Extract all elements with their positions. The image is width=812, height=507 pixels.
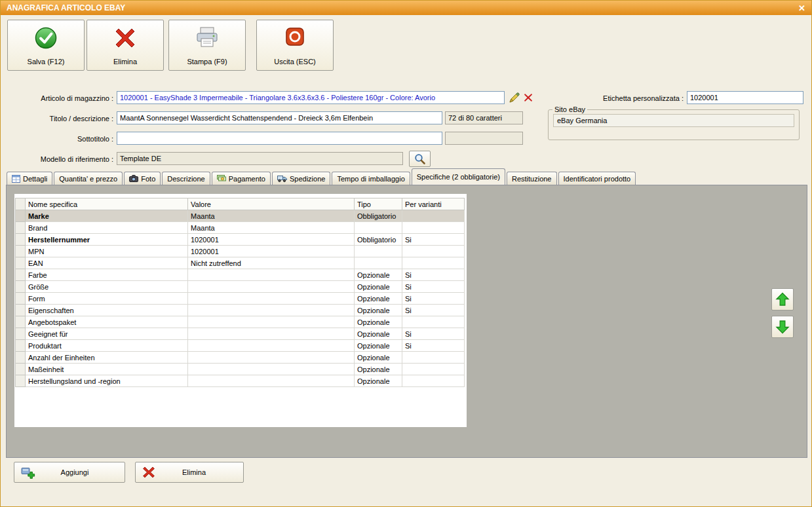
column-header-tipo[interactable]: Tipo: [355, 198, 402, 210]
cell-value[interactable]: 1020001: [188, 234, 355, 246]
spec-row-eigenschaften[interactable]: EigenschaftenOpzionaleSi: [16, 305, 465, 316]
cell-name[interactable]: EAN: [26, 257, 188, 269]
row-selector[interactable]: [16, 305, 26, 316]
cell-type[interactable]: Opzionale: [355, 269, 402, 281]
row-selector[interactable]: [16, 328, 26, 340]
tab-foto[interactable]: Foto: [124, 172, 161, 185]
cell-variants[interactable]: [402, 210, 465, 222]
cell-type[interactable]: Opzionale: [355, 375, 402, 387]
row-selector[interactable]: [16, 210, 26, 222]
print-button[interactable]: Stampa (F9): [168, 20, 246, 71]
template-search-button[interactable]: [409, 151, 431, 167]
cell-value[interactable]: [188, 269, 355, 281]
cell-type[interactable]: Opzionale: [355, 328, 402, 340]
cell-value[interactable]: Maanta: [188, 210, 355, 222]
spec-row-produktart[interactable]: ProduktartOpzionaleSi: [16, 340, 465, 352]
cell-variants[interactable]: [402, 222, 465, 234]
subtitle-input[interactable]: [117, 132, 442, 145]
cell-value[interactable]: [188, 352, 355, 364]
custom-label-input[interactable]: [687, 91, 803, 104]
cell-value[interactable]: [188, 281, 355, 293]
cell-name[interactable]: Herstellungsland und -region: [26, 375, 188, 387]
spec-row-herstellernummer[interactable]: Herstellernummer1020001ObbligatorioSi: [16, 234, 465, 246]
cell-variants[interactable]: [402, 352, 465, 364]
cell-value[interactable]: [188, 293, 355, 305]
spec-row-angebotspaket[interactable]: AngebotspaketOpzionale: [16, 316, 465, 328]
cell-variants[interactable]: Si: [402, 305, 465, 316]
cell-type[interactable]: Opzionale: [355, 352, 402, 364]
clear-item-x-icon[interactable]: [524, 93, 533, 102]
cell-variants[interactable]: [402, 316, 465, 328]
tab-quantita-e-prezzo[interactable]: Quantita' e prezzo: [54, 172, 123, 185]
spec-row-anzahl-der-einheiten[interactable]: Anzahl der EinheitenOpzionale: [16, 352, 465, 364]
cell-variants[interactable]: Si: [402, 293, 465, 305]
tab-spedizione[interactable]: Spedizione: [272, 172, 330, 185]
cell-type[interactable]: Opzionale: [355, 281, 402, 293]
spec-row-form[interactable]: FormOpzionaleSi: [16, 293, 465, 305]
reference-template-field[interactable]: Template DE: [117, 152, 403, 165]
column-header-valore[interactable]: Valore: [188, 198, 355, 210]
tab-pagamento[interactable]: Pagamento: [212, 172, 271, 185]
cell-type[interactable]: Opzionale: [355, 340, 402, 352]
cell-variants[interactable]: Si: [402, 328, 465, 340]
cell-variants[interactable]: Si: [402, 340, 465, 352]
exit-button[interactable]: Uscita (ESC): [256, 20, 334, 71]
cell-type[interactable]: Opzionale: [355, 316, 402, 328]
tab-restituzione[interactable]: Restituzione: [507, 172, 557, 185]
row-selector[interactable]: [16, 375, 26, 387]
cell-name[interactable]: Anzahl der Einheiten: [26, 352, 188, 364]
cell-type[interactable]: Opzionale: [355, 364, 402, 375]
cell-variants[interactable]: [402, 257, 465, 269]
tab-identificatori-prodotto[interactable]: Identificatori prodotto: [558, 172, 636, 185]
cell-value[interactable]: [188, 305, 355, 316]
move-down-button[interactable]: [771, 316, 794, 338]
spec-row-geeignet-f-r[interactable]: Geeignet fürOpzionaleSi: [16, 328, 465, 340]
cell-name[interactable]: Brand: [26, 222, 188, 234]
cell-name[interactable]: MPN: [26, 246, 188, 257]
cell-type[interactable]: Obbligatorio: [355, 234, 402, 246]
move-up-button[interactable]: [771, 288, 794, 310]
cell-name[interactable]: Produktart: [26, 340, 188, 352]
tab-descrizione[interactable]: Descrizione: [162, 172, 210, 185]
cell-type[interactable]: Opzionale: [355, 305, 402, 316]
cell-type[interactable]: [355, 222, 402, 234]
cell-name[interactable]: Größe: [26, 281, 188, 293]
row-selector[interactable]: [16, 281, 26, 293]
spec-row-ma-einheit[interactable]: MaßeinheitOpzionale: [16, 364, 465, 375]
delete-button[interactable]: Elimina: [87, 20, 164, 71]
row-selector[interactable]: [16, 269, 26, 281]
row-selector[interactable]: [16, 364, 26, 375]
spec-row-farbe[interactable]: FarbeOpzionaleSi: [16, 269, 465, 281]
cell-name[interactable]: Marke: [26, 210, 188, 222]
cell-variants[interactable]: [402, 375, 465, 387]
cell-type[interactable]: [355, 246, 402, 257]
tab-tempo-di-imballaggio[interactable]: Tempo di imballaggio: [332, 172, 410, 185]
cell-name[interactable]: Herstellernummer: [26, 234, 188, 246]
cell-name[interactable]: Farbe: [26, 269, 188, 281]
cell-name[interactable]: Form: [26, 293, 188, 305]
add-specific-button[interactable]: Aggiungi: [14, 462, 125, 483]
row-selector[interactable]: [16, 352, 26, 364]
cell-value[interactable]: [188, 375, 355, 387]
row-selector[interactable]: [16, 222, 26, 234]
cell-type[interactable]: Opzionale: [355, 293, 402, 305]
title-bar[interactable]: ANAGRAFICA ARTICOLO EBAY ✕: [1, 1, 811, 15]
cell-variants[interactable]: Si: [402, 281, 465, 293]
cell-name[interactable]: Geeignet für: [26, 328, 188, 340]
tab-dettagli[interactable]: Dettagli: [7, 172, 52, 185]
edit-pencil-icon[interactable]: [509, 92, 520, 103]
row-selector[interactable]: [16, 246, 26, 257]
cell-variants[interactable]: [402, 364, 465, 375]
cell-value[interactable]: [188, 340, 355, 352]
cell-value[interactable]: Maanta: [188, 222, 355, 234]
cell-variants[interactable]: [402, 246, 465, 257]
column-header-per-varianti[interactable]: Per varianti: [402, 198, 465, 210]
cell-value[interactable]: [188, 316, 355, 328]
cell-value[interactable]: [188, 328, 355, 340]
column-header-nome-specifica[interactable]: Nome specifica: [26, 198, 188, 210]
spec-row-brand[interactable]: BrandMaanta: [16, 222, 465, 234]
row-selector[interactable]: [16, 340, 26, 352]
spec-row-marke[interactable]: MarkeMaantaObbligatorio: [16, 210, 465, 222]
cell-value[interactable]: Nicht zutreffend: [188, 257, 355, 269]
row-selector[interactable]: [16, 257, 26, 269]
